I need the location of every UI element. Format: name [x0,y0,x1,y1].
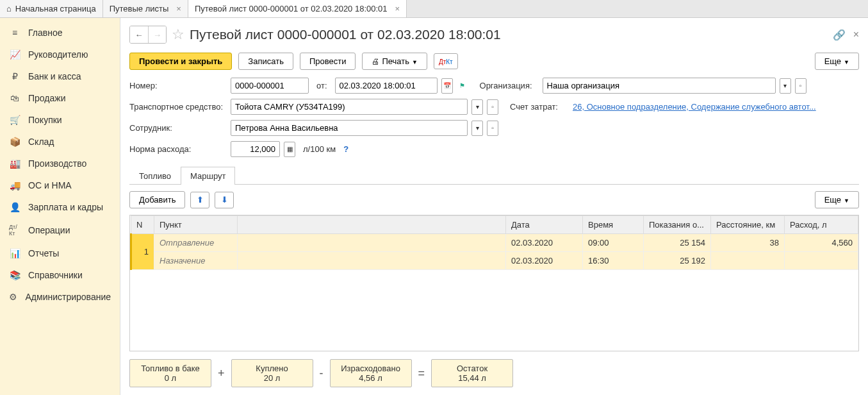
sidebar-item-sales[interactable]: 🛍Продажи [0,87,120,109]
gear-icon: ⚙ [9,292,18,302]
cell-odo[interactable]: 25 154 [644,234,711,252]
table-row[interactable]: 1 Отправление 02.03.2020 09:00 25 154 38… [131,234,858,252]
help-icon[interactable]: ? [343,144,348,154]
favorite-icon[interactable]: ☆ [172,26,184,43]
factory-icon: 🏭 [9,158,20,169]
number-field[interactable] [231,78,309,94]
cell-cons[interactable] [785,252,858,270]
books-icon: 📚 [9,270,20,280]
col-odo[interactable]: Показания о... [644,216,711,234]
cost-account-link[interactable]: 26, Основное подразделение, Содержание с… [573,102,816,112]
sidebar-item-warehouse[interactable]: 📦Склад [0,131,120,153]
employee-field[interactable] [231,120,468,136]
sidebar-item-dictionaries[interactable]: 📚Справочники [0,264,120,286]
col-dist[interactable]: Расстояние, км [711,216,785,234]
sidebar-item-operations[interactable]: Дт/КтОперации [0,218,120,242]
link-icon[interactable]: 🔗 [833,29,846,41]
post-and-close-button[interactable]: Провести и закрыть [129,53,232,70]
sidebar-item-label: Производство [28,158,86,169]
cell-sub: Назначение [154,252,238,270]
move-up-button[interactable]: ⬆ [190,192,209,208]
table-row[interactable]: Назначение 02.03.2020 16:30 25 192 [131,252,858,270]
col-date[interactable]: Дата [506,216,583,234]
sidebar-item-main[interactable]: ≡Главное [0,22,120,44]
cart-icon: 🛒 [9,115,20,125]
col-point[interactable]: Пункт [154,216,238,234]
cell-n: 1 [131,234,154,270]
cell-cons[interactable]: 4,560 [785,234,858,252]
sidebar-item-production[interactable]: 🏭Производство [0,153,120,174]
sidebar-item-label: Склад [28,137,54,147]
col-cons[interactable]: Расход, л [785,216,858,234]
cell-date[interactable]: 02.03.2020 [506,252,583,270]
sidebar-item-label: Администрирование [26,292,111,302]
calculator-icon[interactable]: ▦ [284,142,295,157]
sidebar-item-purchases[interactable]: 🛒Покупки [0,109,120,131]
flag-icon[interactable]: ⚑ [457,78,468,94]
col-blank[interactable] [238,216,506,234]
sidebar-item-bank[interactable]: ₽Банк и касса [0,65,120,87]
vehicle-field[interactable] [231,99,468,115]
add-button[interactable]: Добавить [129,191,185,208]
tab-route[interactable]: Маршрут [181,167,235,185]
consumption-label: Норма расхода: [129,144,227,154]
organization-field[interactable] [543,78,776,94]
cell-dist[interactable]: 38 [711,234,785,252]
close-icon[interactable]: × [853,29,859,41]
col-time[interactable]: Время [583,216,644,234]
barchart-icon: 📊 [9,248,20,258]
open-icon[interactable]: ▫ [795,78,807,94]
tab-fuel[interactable]: Топливо [129,167,181,185]
dropdown-icon[interactable]: ▾ [471,99,483,115]
dtkt-button[interactable]: ДтКт [434,53,458,69]
close-icon[interactable]: × [395,4,400,13]
tab-label: Путевые листы [110,4,169,13]
sidebar-item-assets[interactable]: 🚚ОС и НМА [0,174,120,196]
more-button[interactable]: Еще▼ [815,53,859,70]
sidebar-item-label: Банк и касса [28,71,81,81]
col-n[interactable]: N [131,216,154,234]
back-button[interactable]: ← [130,26,148,43]
dtkt-icon: Дт/Кт [9,224,20,237]
cell-time[interactable]: 16:30 [583,252,644,270]
tab-waybill-doc[interactable]: Путевой лист 0000-000001 от 02.03.2020 1… [188,0,407,17]
menu-icon: ≡ [9,28,20,38]
tab-waybills[interactable]: Путевые листы × [103,0,188,17]
cell-blank[interactable] [238,234,506,252]
person-icon: 👤 [9,202,20,212]
sidebar-item-label: Операции [28,225,70,235]
cell-blank[interactable] [238,252,506,270]
save-button[interactable]: Записать [238,53,293,70]
calendar-icon[interactable]: 📅 [441,78,453,94]
tab-label: Путевой лист 0000-000001 от 02.03.2020 1… [195,4,388,13]
sidebar-item-label: ОС и НМА [28,180,72,190]
sidebar-item-label: Главное [28,28,63,38]
sidebar-item-reports[interactable]: 📊Отчеты [0,242,120,264]
cell-odo[interactable]: 25 192 [644,252,711,270]
cell-date[interactable]: 02.03.2020 [506,234,583,252]
close-icon[interactable]: × [176,4,181,13]
dropdown-icon[interactable]: ▾ [471,121,483,136]
sidebar-item-salary[interactable]: 👤Зарплата и кадры [0,196,120,218]
consumption-field[interactable] [231,141,280,157]
post-button[interactable]: Провести [300,53,356,70]
print-button[interactable]: Печать▼ [362,53,427,70]
tab-label: Начальная страница [15,4,96,13]
consumption-unit: л/100 км [303,144,336,154]
open-icon[interactable]: ▫ [487,121,498,136]
chart-icon: 📈 [9,49,20,60]
cell-dist[interactable] [711,252,785,270]
cell-time[interactable]: 09:00 [583,234,644,252]
sidebar-item-label: Покупки [28,115,62,125]
sidebar-item-manager[interactable]: 📈Руководителю [0,44,120,65]
open-icon[interactable]: ▫ [487,99,498,115]
dropdown-icon[interactable]: ▾ [780,78,791,94]
date-field[interactable] [335,78,438,94]
app-tabs-bar: ⌂ Начальная страница Путевые листы × Пут… [0,0,868,18]
sidebar-item-label: Зарплата и кадры [28,202,103,212]
forward-button[interactable]: → [148,26,166,43]
table-more-button[interactable]: Еще▼ [815,191,859,208]
tab-home[interactable]: ⌂ Начальная страница [0,0,103,17]
move-down-button[interactable]: ⬇ [215,192,234,208]
sidebar-item-admin[interactable]: ⚙Администрирование [0,286,120,308]
